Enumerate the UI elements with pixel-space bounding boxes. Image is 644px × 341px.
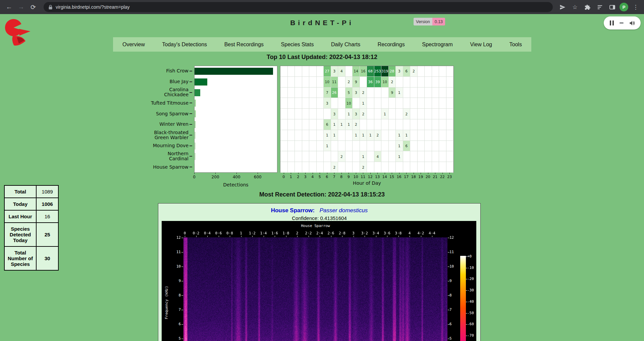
axis-tick (236, 173, 237, 174)
nav-item-species-stats[interactable]: Species Stats (281, 42, 314, 48)
spectrogram-canvas (183, 237, 447, 341)
heat-cell (317, 88, 324, 98)
heat-cell (317, 109, 324, 119)
nav-item-spectrogram[interactable]: Spectrogram (422, 42, 453, 48)
detections-bar (195, 143, 196, 150)
address-bar[interactable]: virginia.birdnetpi.com/?stream=play (44, 2, 553, 12)
heat-cell (410, 151, 418, 162)
hour-axis-tick-label: 4 (311, 175, 314, 179)
heat-cell: 3 (353, 88, 360, 98)
chrome-toolbar-icons: ☆ P ⋮ (557, 2, 641, 12)
nav-item-overview[interactable]: Overview (122, 42, 145, 48)
heat-cell (446, 162, 454, 173)
freq-tick (448, 252, 449, 252)
heat-cell (418, 98, 425, 109)
heat-cell (302, 77, 310, 88)
nav-item-daily-charts[interactable]: Daily Charts (331, 42, 360, 48)
heat-cell (425, 162, 432, 173)
time-tick (410, 236, 410, 237)
species-label: Tufted Titmouse (122, 98, 189, 108)
nav-item-tools[interactable]: Tools (509, 42, 522, 48)
heat-cell (439, 109, 446, 119)
heat-cell: 1 (331, 119, 338, 130)
spectrogram-ylabel: Frequency (kHz) (164, 286, 169, 319)
send-button[interactable] (557, 2, 568, 12)
heat-cell (396, 98, 403, 109)
hour-axis-tick-label: 19 (418, 175, 423, 179)
axis-tick (298, 173, 299, 174)
heat-cell (288, 77, 295, 88)
heat-cell (302, 98, 310, 109)
hour-axis-tick-label: 21 (433, 175, 437, 179)
heat-cell (317, 162, 324, 173)
stat-label: Today (4, 198, 36, 210)
extensions-button[interactable] (582, 2, 592, 12)
heat-cell (302, 141, 310, 152)
time-tick (354, 236, 354, 237)
heat-cell (410, 98, 418, 109)
heat-cell (295, 141, 302, 152)
heat-cell (432, 88, 439, 98)
heat-cell (338, 130, 345, 141)
time-tick (365, 236, 365, 237)
detections-bar (195, 121, 196, 128)
heat-cell (338, 77, 345, 88)
freq-tick (181, 295, 183, 296)
heat-cell (309, 141, 317, 152)
species-label: Black-throatedGreen Warbler (122, 130, 189, 140)
freq-tick (448, 238, 449, 238)
back-button[interactable]: ← (3, 1, 15, 13)
heat-cell: 1 (360, 98, 367, 109)
heat-cell (345, 66, 353, 77)
heat-cell (374, 141, 382, 152)
nav-item-recordings[interactable]: Recordings (378, 42, 405, 48)
version-label: Version (414, 18, 432, 25)
heat-cell: 1 (345, 119, 353, 130)
species-label-line: Northern (168, 151, 189, 156)
heat-cell (317, 141, 324, 152)
reload-button[interactable]: ⟳ (28, 1, 39, 13)
heat-cell (367, 162, 374, 173)
hour-axis-tick-label: 8 (340, 175, 342, 179)
time-tick (432, 236, 432, 237)
nav-item-best-recordings[interactable]: Best Recordings (224, 42, 264, 48)
spectrogram-title: House Sparrow (183, 224, 447, 228)
stat-value: 16 (36, 210, 58, 223)
time-tick (275, 236, 275, 237)
heat-cell (367, 119, 374, 130)
species-label-line: Cardinal (169, 156, 189, 161)
species-label: CarolinaChickadee (122, 87, 189, 98)
side-panel-button[interactable] (607, 2, 617, 12)
stat-label: Last Hour (4, 210, 36, 223)
nav-item-view-log[interactable]: View Log (470, 42, 492, 48)
menu-button[interactable]: ⋮ (631, 2, 641, 12)
species-axis-tick (190, 103, 192, 103)
scientific-name-link[interactable]: Passer domesticus (320, 207, 368, 214)
time-tick (421, 236, 421, 237)
reading-list-button[interactable] (595, 2, 605, 12)
time-tick (241, 236, 241, 237)
colorbar-tick-label: +0 (467, 254, 476, 259)
common-name-link[interactable]: House Sparrow: (271, 207, 315, 214)
freq-tick-label: 7 (449, 307, 462, 312)
stat-value-link[interactable]: 30 (36, 246, 58, 270)
time-tick-label: 0·4 (202, 231, 213, 235)
stat-value-link[interactable]: 25 (36, 223, 58, 246)
freq-tick (448, 295, 449, 296)
profile-avatar[interactable]: P (620, 3, 628, 11)
heat-cell (439, 77, 446, 88)
species-label-line: Chickadee (164, 92, 189, 97)
freq-tick (181, 324, 183, 325)
heat-cell (288, 109, 295, 119)
nav-item-today-s-detections[interactable]: Today's Detections (162, 42, 207, 48)
forward-button[interactable]: → (15, 1, 27, 13)
stat-value-link[interactable]: 1006 (36, 198, 58, 210)
heat-cell (288, 119, 295, 130)
freq-tick (448, 281, 449, 281)
bookmark-button[interactable]: ☆ (570, 2, 580, 12)
heat-cell (295, 77, 302, 88)
heat-cell (403, 88, 411, 98)
bar-axis-tick-label: 600 (254, 175, 262, 179)
heat-cell (367, 109, 374, 119)
detections-bar (195, 164, 195, 171)
